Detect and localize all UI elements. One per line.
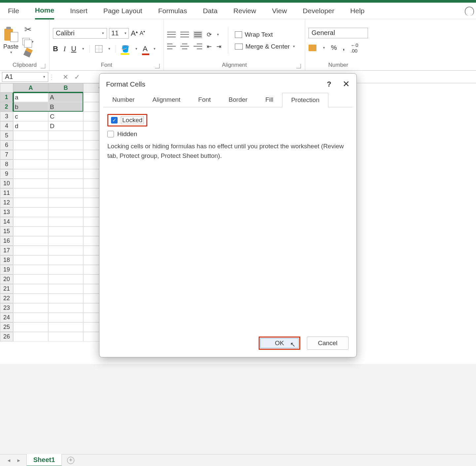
paste-icon[interactable]	[4, 27, 18, 42]
orientation-dropdown[interactable]: ▾	[217, 32, 219, 37]
cell[interactable]	[48, 150, 83, 160]
row-header[interactable]: 13	[0, 207, 13, 217]
font-size-select[interactable]: 11▾	[109, 28, 129, 39]
dialog-tab-protection[interactable]: Protection	[282, 93, 328, 107]
cell[interactable]	[13, 227, 48, 236]
hidden-checkbox[interactable]	[107, 131, 114, 137]
row-header[interactable]: 26	[0, 332, 13, 341]
sheet-tab-sheet1[interactable]: Sheet1	[26, 454, 62, 466]
cell[interactable]	[13, 150, 48, 160]
cell[interactable]	[48, 198, 83, 207]
increase-font-icon[interactable]: A▴	[131, 29, 138, 38]
row-header[interactable]: 11	[0, 188, 13, 198]
align-top-icon[interactable]	[167, 31, 176, 38]
percent-button[interactable]: %	[331, 44, 337, 52]
decrease-font-icon[interactable]: A▾	[140, 30, 145, 37]
cell[interactable]	[48, 169, 83, 179]
bold-button[interactable]: B	[53, 45, 58, 53]
underline-button[interactable]: U	[71, 45, 76, 53]
cell[interactable]: d	[13, 121, 48, 131]
cell[interactable]	[48, 322, 83, 332]
dialog-close-button[interactable]: ✕	[343, 79, 350, 89]
cell[interactable]	[48, 255, 83, 265]
cell[interactable]: D	[48, 121, 83, 131]
borders-dropdown[interactable]: ▾	[108, 47, 110, 51]
row-header[interactable]: 3	[0, 112, 13, 121]
orientation-icon[interactable]: ⟳	[207, 31, 212, 38]
cell[interactable]	[13, 198, 48, 207]
row-header[interactable]: 16	[0, 236, 13, 246]
row-header[interactable]: 20	[0, 274, 13, 284]
cell[interactable]	[48, 265, 83, 274]
fill-color-button[interactable]: 🪣	[121, 45, 129, 53]
increase-indent-icon[interactable]: ⇥	[216, 43, 221, 50]
cell[interactable]	[48, 246, 83, 255]
paste-button[interactable]: Paste	[3, 43, 18, 50]
underline-dropdown[interactable]: ▾	[82, 47, 84, 51]
merge-dropdown[interactable]: ▾	[293, 44, 295, 49]
row-header[interactable]: 5	[0, 131, 13, 140]
dialog-tab-font[interactable]: Font	[189, 92, 220, 107]
cell[interactable]	[48, 140, 83, 150]
row-header[interactable]: 25	[0, 322, 13, 332]
cell[interactable]	[13, 322, 48, 332]
cancel-formula-icon[interactable]: ✕	[63, 73, 68, 81]
row-header[interactable]: 4	[0, 121, 13, 131]
font-color-button[interactable]: A	[143, 45, 148, 53]
cell[interactable]	[13, 274, 48, 284]
align-right-icon[interactable]	[194, 43, 202, 50]
cell[interactable]	[13, 294, 48, 303]
cell[interactable]	[13, 217, 48, 227]
enter-formula-icon[interactable]: ✓	[74, 73, 80, 81]
dialog-tab-alignment[interactable]: Alignment	[144, 92, 190, 107]
tab-page-layout[interactable]: Page Layout	[103, 3, 142, 19]
accounting-dropdown[interactable]: ▾	[323, 46, 325, 50]
sheet-nav-next-icon[interactable]: ►	[17, 458, 21, 463]
row-header[interactable]: 18	[0, 255, 13, 265]
cell[interactable]: B	[48, 102, 83, 112]
row-header[interactable]: 7	[0, 150, 13, 160]
cell[interactable]	[13, 179, 48, 188]
cell[interactable]	[13, 160, 48, 169]
lightbulb-icon[interactable]	[465, 7, 474, 16]
sheet-nav-prev-icon[interactable]: ◄	[7, 458, 11, 463]
row-header[interactable]: 17	[0, 246, 13, 255]
cell[interactable]	[13, 255, 48, 265]
number-format-select[interactable]: General	[309, 28, 368, 38]
dialog-tab-border[interactable]: Border	[220, 92, 256, 107]
row-header[interactable]: 21	[0, 284, 13, 294]
row-header[interactable]: 19	[0, 265, 13, 274]
col-header-a[interactable]: A	[13, 83, 48, 92]
italic-button[interactable]: I	[63, 45, 66, 53]
row-header[interactable]: 14	[0, 217, 13, 227]
cell[interactable]	[13, 332, 48, 341]
merge-center-button[interactable]: Merge & Center▾	[235, 43, 295, 50]
align-middle-icon[interactable]	[180, 31, 189, 38]
cell[interactable]	[13, 207, 48, 217]
borders-button[interactable]	[95, 45, 102, 53]
cell[interactable]: C	[48, 112, 83, 121]
row-header[interactable]: 24	[0, 313, 13, 322]
row-header[interactable]: 15	[0, 227, 13, 236]
cell[interactable]	[48, 131, 83, 140]
paste-dropdown[interactable]: ▾	[10, 50, 12, 54]
dialog-help-button[interactable]: ?	[327, 80, 331, 89]
cancel-button[interactable]: Cancel	[307, 337, 348, 350]
cell[interactable]	[48, 236, 83, 246]
cell[interactable]	[13, 284, 48, 294]
name-box[interactable]: A1▾	[2, 72, 48, 82]
ok-button[interactable]: OK ↖	[260, 338, 299, 348]
cell[interactable]: c	[13, 112, 48, 121]
cell[interactable]	[13, 140, 48, 150]
align-bottom-icon[interactable]	[194, 31, 202, 38]
cut-icon[interactable]: ✂	[24, 24, 32, 35]
cell[interactable]: a	[13, 92, 48, 102]
cell[interactable]	[48, 313, 83, 322]
row-header[interactable]: 8	[0, 160, 13, 169]
copy-icon[interactable]	[22, 38, 30, 45]
clipboard-dialog-launcher-icon[interactable]	[41, 64, 45, 68]
decrease-indent-icon[interactable]: ⇤	[207, 43, 212, 50]
cell[interactable]	[48, 294, 83, 303]
select-all-corner[interactable]	[0, 83, 13, 92]
cell[interactable]	[48, 207, 83, 217]
